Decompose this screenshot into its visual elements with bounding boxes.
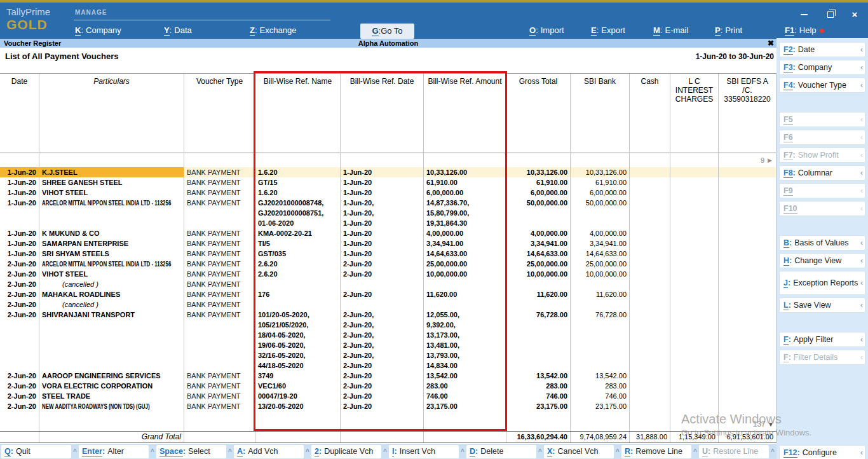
- cell-sbi-edfs: [719, 391, 776, 401]
- gap-cell: [0, 153, 39, 167]
- voucher-row-14[interactable]: 2-Jun-20 VORA ELECTRIC CORPORATION BANK …: [0, 381, 776, 391]
- sidebar-button-f-apply-filter[interactable]: FApply Filter ‹: [779, 332, 865, 347]
- sidebar-button-j-exception-reports[interactable]: JException Reports ‹: [779, 271, 865, 295]
- help-alert-dot: [820, 29, 824, 33]
- collapse-arrow-icon: ‹: [860, 335, 863, 344]
- voucher-row-12[interactable]: 2-Jun-20 SHIVRANJANI TRANSPORT BANK PAYM…: [0, 310, 776, 371]
- voucher-row-8[interactable]: 2-Jun-20 VIHOT STEEL BANK PAYMENT 2.6.20…: [0, 269, 776, 279]
- restore-button[interactable]: [821, 9, 840, 20]
- bottombar-button-quit[interactable]: QQuit: [1, 445, 71, 458]
- cell-billwise-ref-name: 176: [255, 289, 341, 299]
- menu-exchange[interactable]: ZExchange: [250, 25, 296, 38]
- collapse-arrow-icon: ‹: [860, 186, 863, 195]
- sidebar-button-l-save-view[interactable]: LSave View ‹: [779, 298, 865, 313]
- goto-button[interactable]: GGo To: [360, 24, 414, 39]
- cell-billwise-ref-name: VEC1/60: [255, 381, 341, 391]
- cell-particulars: K.J.STEEL: [39, 167, 184, 177]
- voucher-row-11[interactable]: 2-Jun-20 (cancelled ) BANK PAYMENT: [0, 299, 776, 310]
- bottombar-button-remove-line[interactable]: RRemove Line: [621, 445, 691, 458]
- cell-lc-interest: [670, 167, 719, 177]
- cell-cash: [630, 228, 670, 238]
- cell-lc-interest: [670, 310, 719, 371]
- sidebar-button-f8-columnar[interactable]: F8Columnar ‹: [779, 165, 865, 181]
- cell-sbi-bank: 61,910.00: [571, 177, 630, 188]
- voucher-row-3[interactable]: 1-Jun-20 ARCELOR MITTAL NIPPON STEEL IND…: [0, 198, 776, 228]
- menu-email[interactable]: ME-mail: [653, 25, 688, 38]
- bottombar-button-alter[interactable]: EnterAlter: [79, 445, 149, 458]
- sidebar-button-b-basis-of-values[interactable]: BBasis of Values ‹: [779, 235, 865, 250]
- cell-gross-total: 11,620.00: [506, 289, 571, 299]
- cell-date: 1-Jun-20: [0, 198, 39, 228]
- cell-cash: [630, 188, 670, 198]
- sidebar-button-f12-configure[interactable]: F12Configure ‹: [779, 445, 865, 459]
- voucher-row-15[interactable]: 2-Jun-20 STEEL TRADE BANK PAYMENT 00047/…: [0, 391, 776, 401]
- cell-voucher-type: BANK PAYMENT: [184, 177, 255, 188]
- cell-date: 2-Jun-20: [0, 299, 39, 310]
- cell-sbi-bank: 50,00,000.00: [571, 198, 630, 228]
- column-header-9: L C INTEREST CHARGES: [670, 74, 719, 152]
- cell-billwise-ref-amount: [424, 299, 506, 310]
- filler-cell: [341, 411, 424, 431]
- cell-particulars: STEEL TRADE: [39, 391, 184, 401]
- filler-cell: [670, 411, 719, 431]
- collapse-arrow-icon: ‹: [860, 45, 863, 54]
- cell-cash: [630, 269, 670, 279]
- cell-voucher-type: BANK PAYMENT: [184, 238, 255, 249]
- bottombar-button-duplicate-vch[interactable]: 2Duplicate Vch: [311, 445, 381, 458]
- brand-name: TallyPrime: [6, 6, 50, 17]
- bottombar-button-delete[interactable]: DDelete: [466, 445, 536, 458]
- cell-particulars: (cancelled ): [39, 299, 184, 310]
- sidebar-spacer: [779, 219, 866, 235]
- cell-cash: [630, 177, 670, 188]
- cell-billwise-ref-name: GJ20201000008748,GJ20201000008751,01-06-…: [255, 198, 341, 228]
- minimize-button[interactable]: [794, 9, 813, 20]
- expand-caret-icon: ^: [614, 448, 621, 455]
- bottombar-button-cancel-vch[interactable]: XCancel Vch: [544, 445, 614, 458]
- goto-label: Go To: [381, 26, 402, 36]
- menu-print[interactable]: PPrint: [715, 25, 742, 38]
- filler-cell: [630, 411, 670, 431]
- cell-billwise-ref-amount: 746.00: [424, 391, 506, 401]
- bottombar-button-add-vch[interactable]: AAdd Vch: [234, 445, 304, 458]
- cell-sbi-edfs: [719, 198, 776, 228]
- menu-export[interactable]: EExport: [591, 25, 625, 38]
- cell-sbi-bank: 6,00,000.00: [571, 188, 630, 198]
- menu-data[interactable]: YData: [164, 25, 192, 38]
- table-filler: [0, 411, 776, 431]
- cell-sbi-bank: 283.00: [571, 381, 630, 391]
- voucher-row-6[interactable]: 1-Jun-20 SRI SHYAM STEELS BANK PAYMENT G…: [0, 249, 776, 259]
- voucher-row-4[interactable]: 1-Jun-20 K MUKUND & CO BANK PAYMENT KMA-…: [0, 228, 776, 238]
- voucher-row-16[interactable]: 2-Jun-20 NEW AADITYA ROADWAYS (NON TDS) …: [0, 401, 776, 411]
- cell-cash: [630, 279, 670, 289]
- bottombar-button-insert-vch[interactable]: IInsert Vch: [389, 445, 459, 458]
- voucher-row-7[interactable]: 2-Jun-20 ARCELOR MITTAL NIPPON STEEL IND…: [0, 259, 776, 269]
- voucher-row-9[interactable]: 2-Jun-20 (cancelled ) BANK PAYMENT: [0, 279, 776, 289]
- menu-company[interactable]: KCompany: [75, 25, 121, 38]
- voucher-row-0[interactable]: 1-Jun-20 K.J.STEEL BANK PAYMENT 1.6.20 1…: [0, 167, 776, 177]
- expand-caret-icon: ^: [769, 448, 776, 455]
- voucher-row-5[interactable]: 1-Jun-20 SAMARPAN ENTERPRISE BANK PAYMEN…: [0, 238, 776, 249]
- gap-cell: [184, 153, 255, 167]
- sidebar-button-f3-company[interactable]: F3Company ‹: [779, 60, 865, 75]
- bottombar-button-select[interactable]: SpaceSelect: [156, 445, 226, 458]
- sidebar-button-f2-date[interactable]: F2Date ‹: [779, 42, 865, 57]
- voucher-row-10[interactable]: 2-Jun-20 MAHAKAL ROADLINES BANK PAYMENT …: [0, 289, 776, 299]
- cell-voucher-type: BANK PAYMENT: [184, 289, 255, 299]
- sidebar-button-h-change-view[interactable]: HChange View ‹: [779, 253, 865, 268]
- cell-voucher-type: BANK PAYMENT: [184, 299, 255, 310]
- close-button[interactable]: ×: [845, 9, 864, 20]
- voucher-row-13[interactable]: 2-Jun-20 AAROOP ENGINEERING SERVICES BAN…: [0, 371, 776, 381]
- cell-date: 2-Jun-20: [0, 279, 39, 289]
- grand-total-sbi-bank: 9,74,08,959.24: [571, 432, 630, 442]
- menu-import[interactable]: OImport: [529, 25, 564, 38]
- cell-particulars: SAMARPAN ENTERPRISE: [39, 238, 184, 249]
- grand-total-lc-interest: 1,15,349.00: [670, 432, 719, 442]
- sidebar-button-f4-voucher-type[interactable]: F4Voucher Type ‹: [779, 78, 865, 93]
- cell-sbi-edfs: [719, 371, 776, 381]
- voucher-row-2[interactable]: 1-Jun-20 VIHOT STEEL BANK PAYMENT 1.6.20…: [0, 188, 776, 198]
- cell-sbi-bank: [571, 279, 630, 289]
- report-close-icon[interactable]: ✖: [768, 39, 774, 48]
- cell-date: 2-Jun-20: [0, 289, 39, 299]
- voucher-row-1[interactable]: 1-Jun-20 SHREE GANESH STEEL BANK PAYMENT…: [0, 177, 776, 188]
- menu-help[interactable]: F1Help: [785, 25, 824, 38]
